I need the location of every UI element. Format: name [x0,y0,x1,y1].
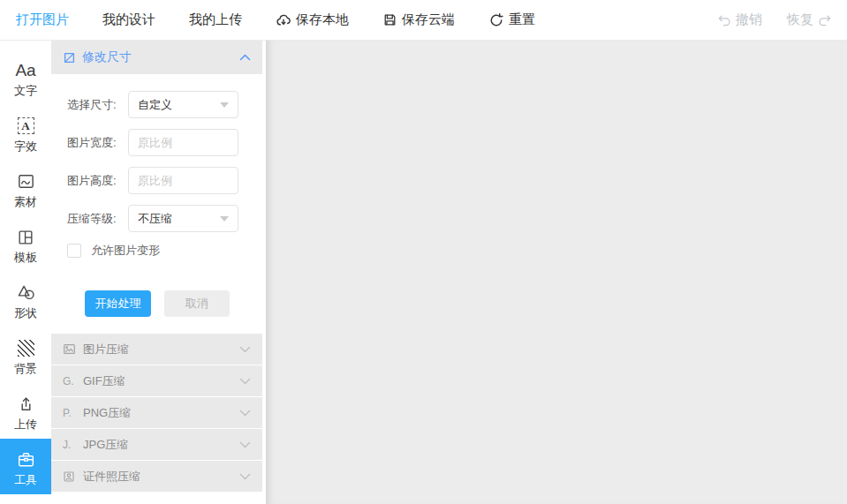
open-image-button[interactable]: 打开图片 [16,11,69,28]
section-header-resize[interactable]: 修改尺寸 [51,41,262,74]
form-row-level: 压缩等级: 不压缩 [67,205,262,232]
sidebar-item-background[interactable]: 背景 [0,327,51,383]
chevron-down-icon [239,410,251,417]
redo-icon [818,12,833,27]
section-header-jpg-compress[interactable]: J. JPG压缩 [51,429,262,460]
save-cloud-button[interactable]: 保存云端 [382,11,455,28]
form-buttons: 开始处理 取消 [67,290,262,317]
sidebar-item-label: 背景 [14,363,37,374]
save-local-button[interactable]: 保存本地 [276,11,349,28]
tools-panel: 修改尺寸 选择尺寸: 自定义 图片宽度: 图片高度: [51,41,266,504]
image-compress-icon [63,342,78,356]
sidebar-item-label: 文字 [14,85,37,96]
chevron-up-icon [239,54,251,61]
save-local-label: 保存本地 [296,11,349,28]
section-header-image-compress[interactable]: 图片压缩 [51,334,262,365]
toolbar-right: 撤销 恢复 [716,11,833,28]
height-label: 图片高度: [67,173,128,189]
save-cloud-label: 保存云端 [402,11,455,28]
compress-level-select[interactable]: 不压缩 [128,205,238,232]
start-process-button[interactable]: 开始处理 [85,290,151,317]
redo-button[interactable]: 恢复 [787,11,833,28]
form-row-width: 图片宽度: [67,129,262,156]
my-uploads-button[interactable]: 我的上传 [189,11,242,28]
size-select[interactable]: 自定义 [128,91,238,118]
sidebar-item-label: 字效 [14,140,37,152]
id-photo-icon [63,470,78,483]
my-designs-button[interactable]: 我的设计 [102,11,155,28]
size-label: 选择尺寸: [67,97,128,113]
text-icon: Aa [15,59,35,82]
png-icon: P. [63,407,78,419]
dropdown-arrow-icon [220,216,229,222]
section-header-id-photo-compress[interactable]: 证件照压缩 [51,461,262,492]
reset-button[interactable]: 重置 [488,11,535,28]
sidebar-item-upload[interactable]: 上传 [0,383,51,439]
template-icon [17,226,34,249]
top-toolbar: 打开图片 我的设计 我的上传 保存本地 保存云端 [0,0,847,41]
undo-button[interactable]: 撤销 [716,11,762,28]
toolbox-icon [16,448,36,471]
reset-icon [488,12,504,28]
level-label: 压缩等级: [67,211,128,227]
sidebar-item-shapes[interactable]: 形状 [0,272,51,327]
width-label: 图片宽度: [67,135,128,151]
resize-form: 选择尺寸: 自定义 图片宽度: 图片高度: 压缩等级: 不压缩 [51,74,262,334]
section-header-png-compress[interactable]: P. PNG压缩 [51,397,262,428]
resize-icon [63,51,76,64]
undo-label: 撤销 [736,11,762,28]
undo-icon [716,12,731,27]
height-input[interactable] [128,167,238,194]
allow-deform-checkbox[interactable] [67,244,81,258]
shapes-icon [16,282,36,305]
section-header-gif-compress[interactable]: G. GIF压缩 [51,365,262,396]
sidebar-item-label: 工具 [14,474,37,485]
jpg-icon: J. [63,439,78,451]
text-effect-icon: A [18,115,34,138]
sidebar-item-label: 上传 [14,418,37,430]
section-title: 修改尺寸 [82,49,239,65]
gif-icon: G. [63,375,78,387]
background-icon [18,337,34,360]
image-icon [17,170,35,193]
chevron-down-icon [239,346,251,353]
sidebar-item-templates[interactable]: 模板 [0,216,51,272]
toolbar-left: 打开图片 我的设计 我的上传 保存本地 保存云端 [16,11,535,28]
allow-deform-row: 允许图片变形 [67,243,262,259]
reset-label: 重置 [509,11,535,28]
save-icon [382,12,397,27]
upload-icon [17,393,35,416]
sidebar-item-label: 素材 [14,196,37,207]
canvas-area[interactable] [266,41,847,504]
allow-deform-label: 允许图片变形 [91,243,160,259]
cancel-button[interactable]: 取消 [164,290,230,317]
sidebar-item-text-effect[interactable]: A 字效 [0,105,51,161]
redo-label: 恢复 [787,11,813,28]
sidebar-item-label: 模板 [14,252,37,263]
app-body: Aa 文字 A 字效 素材 [0,41,847,504]
chevron-down-icon [239,473,251,480]
sidebar: Aa 文字 A 字效 素材 [0,41,51,504]
cloud-download-icon [276,12,291,28]
form-row-height: 图片高度: [67,167,262,194]
sidebar-item-tools[interactable]: 工具 [0,439,51,494]
sidebar-item-label: 形状 [14,307,37,319]
chevron-down-icon [239,441,251,448]
sidebar-item-text[interactable]: Aa 文字 [0,49,51,105]
form-row-size: 选择尺寸: 自定义 [67,91,262,118]
chevron-down-icon [239,378,251,385]
sidebar-item-materials[interactable]: 素材 [0,161,51,216]
width-input[interactable] [128,129,238,156]
dropdown-arrow-icon [220,102,229,108]
